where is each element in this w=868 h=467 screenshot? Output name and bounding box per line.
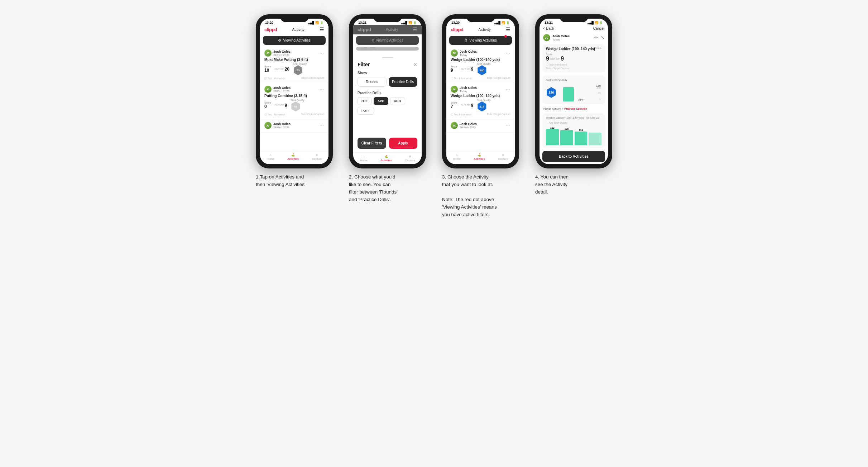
sq-section-label-4: Avg Shot Quality (546, 78, 567, 81)
sq-val-1-1: 75 (297, 69, 300, 72)
practice-drills-toggle-2[interactable]: Practice Drills (389, 77, 418, 87)
user-details-1-1: Josh Coles 28 Feb 2023 (273, 50, 291, 57)
bar-4-practice-4 (589, 133, 601, 145)
shots-outof-1-2: OUT OF 9 (274, 103, 287, 108)
close-button-2[interactable]: ✕ (413, 62, 417, 67)
drill-tag-putt-2[interactable]: PUTT (358, 107, 374, 115)
bottom-nav-activities-2[interactable]: ⛳ Activities (380, 155, 392, 162)
activity-card-3-1[interactable]: JC Josh Coles Today ··· Wedge Ladder (10… (446, 47, 515, 83)
drill-tags-2: OTT APP ARG PUTT (358, 97, 417, 115)
status-icons-1: ▂▄█ 📶 🔋 (308, 21, 323, 24)
bottom-nav-activities-3[interactable]: ⛳ Activities (474, 153, 485, 161)
dots-menu-3-1[interactable]: ··· (506, 51, 510, 56)
dimmed-viewing-label-2: ⚙ Viewing Activities (371, 38, 403, 42)
activity-card-1-3[interactable]: JC Josh Coles 28 Feb 2023 ··· (260, 119, 329, 133)
sq-block-3-2: Shot Quality 118 (477, 99, 490, 111)
drill-tag-arg-2[interactable]: ARG (390, 97, 405, 105)
user-details-3-3: Josh Coles 28 Feb 2023 (460, 122, 477, 129)
activities-label-3: Activities (474, 157, 485, 161)
dots-menu-3-2[interactable]: ··· (506, 87, 510, 92)
dots-menu-1-3[interactable]: ··· (320, 123, 324, 128)
activity-card-1-1[interactable]: JC Josh Coles 28 Feb 2023 ··· Must Make … (260, 47, 329, 83)
wifi-icon-2: 📶 (408, 21, 412, 24)
user-date-1-1: 28 Feb 2023 (273, 53, 291, 57)
sq-block-1-2: Shot Quality 45 (291, 99, 304, 111)
activity-list-1: JC Josh Coles 28 Feb 2023 ··· Must Make … (260, 46, 329, 151)
score-block-3-2: Score 7 (451, 101, 457, 109)
status-time-4: 13:21 (545, 21, 553, 24)
home-label-1: Home (267, 157, 274, 161)
capture-label-2: Capture (405, 159, 415, 162)
sq-block-3-1: Shot Quality 130 (477, 63, 490, 75)
activity-card-3-2[interactable]: JC Josh Coles Today ··· Wedge Ladder (10… (446, 83, 515, 119)
logo-1: clippd (264, 27, 277, 32)
toggle-row-2: Rounds Practice Drills (358, 77, 417, 87)
back-to-activities-button-4[interactable]: Back to Activities (542, 151, 605, 162)
sq-label-3-1: Shot Quality (477, 63, 490, 65)
sq-val-3-2: 118 (480, 105, 484, 108)
info-left-3-2: ⓘ Test Information (451, 113, 472, 116)
bottom-nav-capture-3[interactable]: ⊕ Capture (498, 153, 508, 161)
sq-content-4: 130 130 100 50 0 APP (546, 84, 601, 101)
status-time-1: 13:20 (265, 21, 273, 24)
viewing-activities-bar-3[interactable]: ⚙ Viewing Activities (449, 36, 512, 45)
shots-outof-1-1: OUT OF 20 (274, 67, 289, 72)
hamburger-icon-3[interactable]: ☰ (506, 27, 510, 32)
bottom-nav-home-1[interactable]: ⌂ Home (267, 153, 274, 161)
practice-chart-4: Wedge Ladder (100–140 yds) - 06 Mar 23 -… (542, 113, 605, 148)
sq-hex-4: 130 (546, 87, 557, 98)
bottom-nav-activities-1[interactable]: ⛳ Activities (287, 153, 299, 161)
dots-menu-1-1[interactable]: ··· (320, 51, 324, 56)
viewing-activities-bar-1[interactable]: ⚙ Viewing Activities (263, 36, 326, 45)
card-header-1-1: JC Josh Coles 28 Feb 2023 ··· (264, 49, 324, 57)
sq-hex-3-1: 130 (477, 65, 487, 75)
dots-menu-1-2[interactable]: ··· (320, 87, 324, 92)
activities-icon-1: ⛳ (291, 153, 295, 157)
shots-val-3-2: 9 (471, 103, 474, 108)
y-50-4: 50 (598, 91, 601, 94)
cancel-button-4[interactable]: Cancel (593, 27, 604, 30)
bottom-nav-home-2[interactable]: ⌂ Home (360, 155, 367, 162)
activity-card-3-3[interactable]: JC Josh Coles 28 Feb 2023 ··· (446, 119, 515, 133)
red-dot-3 (504, 35, 507, 38)
rounds-toggle-2[interactable]: Rounds (358, 77, 387, 87)
phone-1-nav-bar: clippd Activity ☰ (260, 25, 329, 34)
hamburger-icon-1[interactable]: ☰ (320, 27, 324, 32)
practice-chart-title-4: Wedge Ladder (100–140 yds) - 06 Mar 23 (546, 116, 601, 119)
card-header-3-2: JC Josh Coles Today ··· (451, 86, 510, 93)
score-value-1-2: 0 (264, 104, 271, 109)
back-button-4[interactable]: < Back (543, 27, 554, 30)
drill-tag-ott-2[interactable]: OTT (358, 97, 372, 105)
card-header-3-1: JC Josh Coles Today ··· (451, 49, 510, 57)
activity-title-3-2: Wedge Ladder (100–140 yds) (451, 94, 510, 98)
bar-val-1-4: 132 (550, 127, 555, 129)
dimmed-nav-title-2: Activity (386, 27, 398, 32)
filter-handle-2 (382, 57, 393, 58)
x-label-4: APP (578, 98, 584, 101)
user-name-3-1: Josh Coles (460, 50, 477, 53)
bottom-nav-3: ⌂ Home ⛳ Activities ⊕ Capture (446, 151, 515, 164)
activity-card-1-2[interactable]: JC Josh Coles 28 Feb 2023 ··· Putting Co… (260, 83, 329, 119)
apply-button-2[interactable]: Apply (389, 138, 418, 149)
clear-filters-button-2[interactable]: Clear Filters (358, 138, 386, 149)
activities-icon-3: ⛳ (478, 153, 481, 157)
phone-3-column: 13:20 ▂▄█ 📶 🔋 clippd Activity ☰ ⚙ Viewin… (440, 14, 522, 219)
score-block-1-2: Score 0 (264, 101, 271, 109)
edit-icon-4[interactable]: ✏ (594, 35, 598, 40)
filter-icon-3: ⚙ (464, 38, 467, 42)
dimmed-nav-2: clippd Activity ☰ (353, 25, 422, 34)
bottom-nav-home-3[interactable]: ⌂ Home (453, 153, 460, 161)
user-date-1-2: 28 Feb 2023 (273, 90, 291, 93)
user-details-3-2: Josh Coles Today (460, 86, 477, 93)
detail-user-info-4: JC Josh Coles Today (543, 34, 570, 41)
bottom-nav-capture-2[interactable]: ⊕ Capture (405, 155, 415, 162)
detail-title-4: Wedge Ladder (100–140 yds) (546, 47, 595, 51)
bottom-nav-capture-1[interactable]: ⊕ Capture (312, 153, 322, 161)
capture-icon-1: ⊕ (316, 153, 318, 157)
phone-3-notch (466, 14, 495, 22)
expand-icon-4[interactable]: ⤡ (601, 35, 604, 40)
dots-menu-3-3[interactable]: ··· (506, 123, 510, 128)
drill-tag-app-2[interactable]: APP (374, 97, 388, 105)
y-0-4: 0 (599, 98, 601, 101)
avatar-1-3: JC (264, 122, 272, 129)
